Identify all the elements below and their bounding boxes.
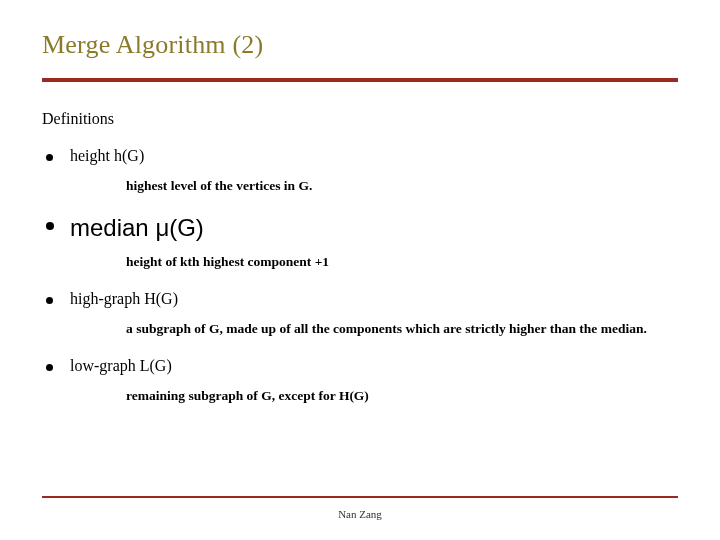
title-rule — [42, 78, 678, 82]
term-description: a subgraph of G, made up of all the comp… — [126, 320, 678, 338]
term: median μ(G) — [70, 213, 678, 243]
slide-title: Merge Algorithm (2) — [42, 30, 263, 60]
term: low-graph L(G) — [70, 356, 678, 377]
term-description: remaining subgraph of G, except for H(G) — [126, 387, 678, 405]
footer-author: Nan Zang — [0, 508, 720, 520]
list-item: height h(G) highest level of the vertice… — [42, 146, 678, 195]
definition-list: height h(G) highest level of the vertice… — [42, 146, 678, 405]
footer-rule — [42, 496, 678, 498]
slide: Merge Algorithm (2) Definitions height h… — [0, 0, 720, 540]
list-item: high-graph H(G) a subgraph of G, made up… — [42, 289, 678, 338]
term-description: highest level of the vertices in G. — [126, 177, 678, 195]
term: height h(G) — [70, 146, 678, 167]
section-label: Definitions — [42, 110, 678, 128]
content-area: Definitions height h(G) highest level of… — [42, 110, 678, 423]
term: high-graph H(G) — [70, 289, 678, 310]
list-item: low-graph L(G) remaining subgraph of G, … — [42, 356, 678, 405]
list-item: median μ(G) height of kth highest compon… — [42, 213, 678, 271]
term-description: height of kth highest component +1 — [126, 253, 678, 271]
